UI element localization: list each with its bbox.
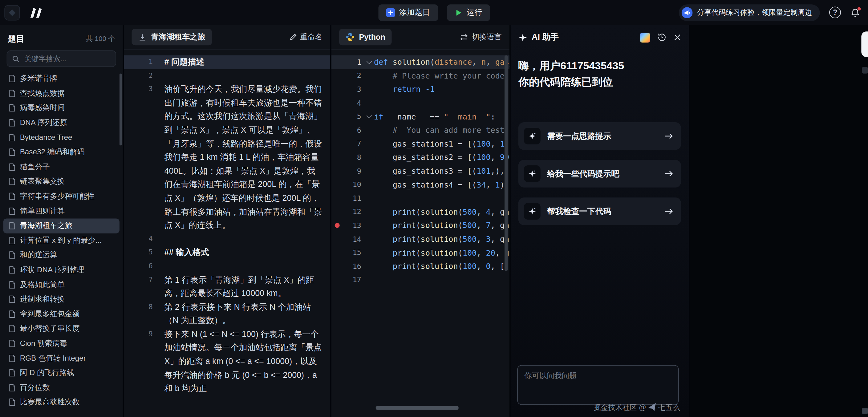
- ai-chat-input[interactable]: [517, 365, 679, 405]
- code-line[interactable]: 3 return -1: [332, 83, 509, 96]
- sidebar-problem-item[interactable]: 进制求和转换: [3, 292, 120, 307]
- sidebar-problem-item[interactable]: 最小替换子串长度: [3, 322, 120, 336]
- code-line[interactable]: 7 gas_stations1 = [(100, 1), (200, 30), …: [332, 137, 509, 151]
- sidebar-problem-item[interactable]: 比赛最高获胜次数: [3, 395, 120, 410]
- line-number[interactable]: 17: [343, 276, 361, 284]
- sidebar-problem-item[interactable]: 猫鱼分子: [3, 160, 120, 174]
- line-number[interactable]: 2: [343, 71, 361, 80]
- line-number[interactable]: 9: [343, 167, 361, 175]
- app-logo[interactable]: [4, 5, 20, 20]
- line-number[interactable]: 7: [343, 139, 361, 148]
- sidebar-problem-item[interactable]: Bytedance Tree: [3, 130, 120, 145]
- sidebar-problem-item[interactable]: 拿到最多红包金额: [3, 307, 120, 322]
- line-number[interactable]: 6: [343, 126, 361, 134]
- code-line[interactable]: 5 if __name__ == "__main__":: [332, 110, 509, 123]
- sidebar-problem-item[interactable]: 计算位置 x 到 y 的最少...: [3, 233, 120, 248]
- code-text: # You can add more test cases here: [374, 126, 509, 135]
- markdown-line[interactable]: 1 # 问题描述: [124, 56, 330, 69]
- run-button[interactable]: 运行: [446, 4, 490, 21]
- close-icon[interactable]: [674, 34, 681, 41]
- code-line[interactable]: 6 # You can add more test cases here: [332, 123, 509, 137]
- notification-bell-icon[interactable]: [850, 7, 860, 17]
- markdown-line[interactable]: 4: [124, 232, 330, 246]
- sidebar-problem-item[interactable]: 查找热点数据: [3, 86, 120, 101]
- code-line[interactable]: 14 print(solution(500, 3, gas_stations3)…: [332, 232, 509, 246]
- sidebar-scrollbar[interactable]: [120, 74, 122, 146]
- code-line[interactable]: 13 print(solution(500, 7, gas_stations2)…: [332, 219, 509, 232]
- code-line[interactable]: 9 gas_stations3 = [(101,), (100, 100), (…: [332, 164, 509, 178]
- code-line[interactable]: 4: [332, 96, 509, 110]
- problem-title-chip[interactable]: 青海湖租车之旅: [131, 29, 212, 45]
- code-line[interactable]: 2 # Please write your code here: [332, 69, 509, 83]
- line-number[interactable]: 16: [343, 262, 361, 270]
- sidebar-problem-item[interactable]: 及格如此简单: [3, 277, 120, 292]
- breakpoint-dot[interactable]: [335, 223, 343, 228]
- add-problem-button[interactable]: 添加题目: [378, 4, 438, 21]
- edge-widget-top[interactable]: [862, 67, 868, 74]
- line-number[interactable]: 14: [343, 235, 361, 243]
- sidebar-problem-item[interactable]: 阿 D 的飞行路线: [3, 365, 120, 380]
- rename-button[interactable]: 重命名: [289, 32, 322, 42]
- sidebar-problem-item[interactable]: 简单四则计算: [3, 204, 120, 219]
- line-number[interactable]: 13: [343, 221, 361, 229]
- code-line[interactable]: 1 def solution(distance, n, gas_stations…: [332, 56, 509, 69]
- code-line[interactable]: 15 print(solution(100, 20, gas_stations4…: [332, 246, 509, 259]
- promo-banner[interactable]: 分享代码练习体验，领限量定制周边: [679, 4, 820, 21]
- code-line[interactable]: 10 gas_stations4 = [(34, 1), (105, 9), (…: [332, 178, 509, 191]
- horizontal-scrollbar[interactable]: [375, 406, 458, 410]
- fold-chevron-icon[interactable]: [365, 115, 374, 119]
- markdown-line[interactable]: 7 第 1 行表示「青海湖」到「景点 X」的距离，距离最长不超过 10000 k…: [124, 273, 330, 300]
- markdown-line[interactable]: 5 ## 输入格式: [124, 246, 330, 259]
- play-icon: [454, 9, 462, 16]
- sidebar-problem-item[interactable]: Base32 编码和解码: [3, 145, 120, 160]
- sidebar-problem-item[interactable]: 环状 DNA 序列整理: [3, 263, 120, 278]
- ai-suggestion-card[interactable]: 给我一些代码提示吧: [518, 160, 681, 188]
- sidebar-problem-item[interactable]: 病毒感染时间: [3, 101, 120, 116]
- markdown-line[interactable]: 8 第 2 行表示接下来 N 行表示 N 个加油站（N 为正整数）。: [124, 300, 330, 327]
- markdown-line[interactable]: 3 油价飞升的今天，我们尽量减少花费。我们出门旅游，有时候租车去旅游也是一种不错…: [124, 83, 330, 232]
- problem-content[interactable]: 1 # 问题描述 2 3 油价飞升的今天，我们尽量减少花费。我们出门旅游，有时候…: [124, 50, 330, 417]
- edge-floating-panel[interactable]: [861, 31, 868, 57]
- code-line[interactable]: 12 print(solution(500, 4, gas_stations1)…: [332, 205, 509, 218]
- ai-suggestion-card[interactable]: 帮我检查一下代码: [518, 197, 681, 225]
- sidebar-problem-item[interactable]: 多米诺骨牌: [3, 71, 120, 86]
- sidebar-problem-item[interactable]: Cion 勒索病毒: [3, 336, 120, 351]
- sidebar-problem-item[interactable]: RGB 色值转 Integer: [3, 351, 120, 365]
- markdown-line[interactable]: 2: [124, 69, 330, 83]
- sidebar-problem-item[interactable]: 链表聚集交换: [3, 174, 120, 189]
- code-line[interactable]: 11: [332, 191, 509, 205]
- history-icon[interactable]: [657, 33, 667, 42]
- edge-widget-bottom[interactable]: [862, 408, 868, 414]
- markdown-line[interactable]: 6: [124, 259, 330, 273]
- search-input[interactable]: [23, 54, 111, 63]
- sidebar-problem-item[interactable]: 青海湖租车之旅: [3, 218, 120, 233]
- help-icon[interactable]: ?: [829, 7, 841, 19]
- code-area[interactable]: 1 def solution(distance, n, gas_stations…: [332, 50, 509, 417]
- sidebar-problem-item[interactable]: 百分位数: [3, 380, 120, 395]
- line-number[interactable]: 5: [343, 113, 361, 121]
- line-number[interactable]: 1: [343, 58, 361, 66]
- code-line[interactable]: 17: [332, 273, 509, 286]
- sidebar-problem-item[interactable]: 和的逆运算: [3, 248, 120, 263]
- language-chip[interactable]: Python: [339, 29, 392, 45]
- line-number[interactable]: 8: [343, 153, 361, 161]
- markdown-line[interactable]: 9 接下来 N (1 <= N <= 100) 行表示，每一个加油站情况。每一个…: [124, 327, 330, 395]
- ai-suggestion-card[interactable]: 需要一点思路提示: [518, 122, 681, 150]
- line-number[interactable]: 4: [343, 99, 361, 107]
- code-line[interactable]: 16 print(solution(100, 0, []) == "Imposs…: [332, 259, 509, 273]
- document-icon: [9, 325, 16, 332]
- theme-gradient-icon[interactable]: [640, 32, 650, 42]
- sidebar-problem-item[interactable]: DNA 序列还原: [3, 116, 120, 130]
- line-number[interactable]: 15: [343, 249, 361, 257]
- sidebar-problem-item[interactable]: 字符串有多少种可能性: [3, 189, 120, 204]
- search-box[interactable]: [7, 50, 117, 67]
- line-number[interactable]: 12: [343, 207, 361, 216]
- vertical-scrollbar[interactable]: [504, 56, 508, 271]
- marscode-logo[interactable]: [29, 7, 43, 18]
- line-number[interactable]: 3: [343, 85, 361, 94]
- line-number[interactable]: 11: [343, 194, 361, 202]
- line-number[interactable]: 10: [343, 181, 361, 189]
- code-line[interactable]: 8 gas_stations2 = [(100, 999), (150, 888…: [332, 151, 509, 164]
- switch-language-button[interactable]: 切换语言: [460, 32, 501, 42]
- fold-chevron-icon[interactable]: [365, 60, 374, 64]
